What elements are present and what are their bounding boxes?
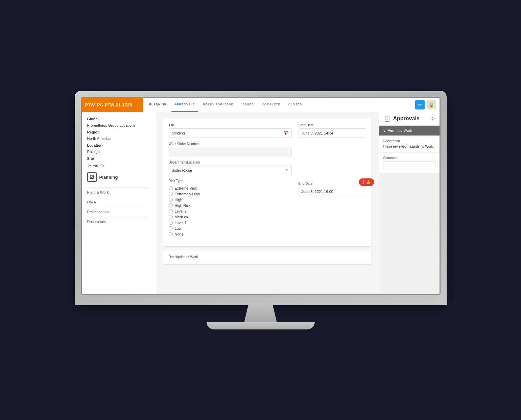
left-form-col: Title grinding 📅 Work Order Number bbox=[169, 123, 292, 236]
top-bar: PTW PG-PTW-21-1726 PLANNING APPROVALS RE… bbox=[82, 98, 440, 112]
risk-type-label: Risk Type bbox=[169, 179, 292, 183]
sidebar-item-global: Global bbox=[87, 116, 150, 122]
end-date-group: End Date June 3, 2021 16:00 bbox=[299, 182, 366, 236]
radio-level1[interactable]: Level 1 bbox=[169, 221, 292, 225]
approval-badge-count: 1 bbox=[362, 180, 364, 184]
tab-issued[interactable]: ISSUED bbox=[238, 98, 257, 112]
radio-circle bbox=[169, 192, 173, 196]
department-value: Boiler Room bbox=[172, 168, 192, 172]
approvals-header: 📋 Approvals > bbox=[379, 112, 440, 126]
right-form-col: Start Date June 3, 2021 14:34 End Date bbox=[299, 123, 366, 236]
radio-circle bbox=[169, 186, 173, 190]
radio-label: Low bbox=[175, 226, 182, 230]
main-layout: Global Prometheus Group Locations Region… bbox=[82, 112, 440, 294]
lock-button[interactable]: 🔒 bbox=[427, 100, 436, 109]
tab-complete[interactable]: COMPLETE bbox=[259, 98, 284, 112]
radio-circle bbox=[169, 221, 173, 225]
chevron-down-icon: ▼ bbox=[285, 168, 289, 172]
approvals-expand-chevron[interactable]: > bbox=[431, 116, 434, 122]
sidebar-item-location-label: Location bbox=[87, 143, 150, 149]
permit-to-work-label: Permit to Work bbox=[388, 128, 412, 132]
sidebar-item-hira[interactable]: HIRA bbox=[87, 197, 150, 207]
declaration-label: Declaration bbox=[383, 139, 435, 143]
radio-extreme-risk[interactable]: Extreme Risk bbox=[169, 186, 292, 190]
monitor-screen: PTW PG-PTW-21-1726 PLANNING APPROVALS RE… bbox=[81, 97, 441, 295]
content-area: Title grinding 📅 Work Order Number bbox=[156, 112, 379, 294]
comment-section: Comment bbox=[379, 152, 440, 173]
work-order-label: Work Order Number bbox=[169, 142, 292, 146]
sidebar-item-site-label: Site bbox=[87, 156, 150, 162]
approvals-panel: 📋 Approvals > ∨ Permit to Work Declarati… bbox=[379, 112, 440, 294]
monitor-stand-neck bbox=[240, 305, 281, 322]
end-date-input[interactable]: June 3, 2021 16:00 bbox=[299, 187, 366, 196]
sidebar-item-tf-facility: TF Facility bbox=[87, 163, 150, 169]
ptw-id: PG-PTW-21-1726 bbox=[97, 102, 132, 107]
start-date-input[interactable]: June 3, 2021 14:34 bbox=[299, 128, 366, 138]
radio-level2[interactable]: Level 2 bbox=[169, 209, 292, 213]
permit-chevron-down-icon: ∨ bbox=[383, 128, 386, 133]
sidebar-planning[interactable]: ☑ Planning bbox=[87, 172, 150, 182]
permit-to-work-section[interactable]: ∨ Permit to Work bbox=[379, 126, 440, 135]
approvals-title: Approvals bbox=[393, 116, 429, 122]
edit-button[interactable]: ✏ bbox=[415, 100, 425, 109]
start-date-group: Start Date June 3, 2021 14:34 bbox=[299, 123, 366, 178]
planning-icon: ☑ bbox=[87, 172, 97, 182]
ptw-label: PTW bbox=[85, 102, 95, 107]
radio-label: Medium bbox=[175, 215, 188, 219]
start-date-label: Start Date bbox=[299, 123, 366, 127]
radio-circle bbox=[169, 198, 173, 202]
sidebar-item-documents[interactable]: Documents bbox=[87, 217, 150, 226]
radio-circle bbox=[169, 215, 173, 219]
sidebar-planning-label: Planning bbox=[99, 175, 118, 180]
radio-label: Extremely High bbox=[175, 192, 200, 196]
calendar-icon: 📅 bbox=[284, 131, 289, 135]
monitor-wrapper: PTW PG-PTW-21-1726 PLANNING APPROVALS RE… bbox=[75, 91, 447, 329]
radio-low[interactable]: Low bbox=[169, 226, 292, 230]
radio-label: Level 1 bbox=[175, 221, 187, 225]
radio-circle bbox=[169, 209, 173, 213]
risk-radio-group: Extreme Risk Extremely High bbox=[169, 186, 292, 236]
declaration-text: I have reviewed hazards, to Work. bbox=[383, 144, 435, 149]
sidebar-item-north-america: North America bbox=[87, 136, 150, 142]
risk-type-group: Risk Type Extreme Risk bbox=[169, 179, 292, 236]
tab-approvals[interactable]: APPROVALS bbox=[171, 98, 198, 112]
title-group: Title grinding 📅 bbox=[169, 123, 292, 138]
radio-circle bbox=[169, 226, 173, 230]
radio-label: High bbox=[175, 198, 183, 202]
radio-label: Extreme Risk bbox=[175, 186, 197, 190]
tab-ready-for-issue[interactable]: READY FOR ISSUE bbox=[199, 98, 237, 112]
radio-extremely-high[interactable]: Extremely High bbox=[169, 192, 292, 196]
sidebar: Global Prometheus Group Locations Region… bbox=[82, 112, 156, 294]
declaration-section: Declaration I have reviewed hazards, to … bbox=[379, 136, 440, 152]
radio-medium[interactable]: Medium bbox=[169, 215, 292, 219]
comment-input[interactable] bbox=[383, 161, 435, 169]
description-label: Description of Work bbox=[169, 255, 366, 259]
end-date-label: End Date bbox=[299, 182, 366, 186]
department-select[interactable]: Boiler Room ▼ bbox=[169, 166, 292, 175]
title-date-row: Title grinding 📅 Work Order Number bbox=[169, 123, 366, 236]
title-label: Title bbox=[169, 123, 292, 127]
radio-circle bbox=[169, 232, 173, 236]
radio-label: Level 2 bbox=[175, 209, 187, 213]
start-date-value: June 3, 2021 14:34 bbox=[302, 131, 333, 135]
work-order-group: Work Order Number bbox=[169, 142, 292, 156]
title-input[interactable]: grinding 📅 bbox=[169, 128, 292, 138]
sidebar-item-raleigh: Raleigh bbox=[87, 149, 150, 155]
top-bar-actions: ✏ 🔒 bbox=[412, 100, 440, 109]
radio-circle bbox=[169, 203, 173, 207]
tab-closed[interactable]: CLOSED bbox=[285, 98, 306, 112]
description-section: Description of Work bbox=[163, 251, 372, 265]
approval-badge[interactable]: 1 👍 bbox=[359, 178, 374, 186]
end-date-value: June 3, 2021 16:00 bbox=[302, 190, 333, 194]
thumbsup-icon: 👍 bbox=[366, 180, 371, 184]
sidebar-item-relationships[interactable]: Relationships bbox=[87, 207, 150, 217]
main-form-section: Title grinding 📅 Work Order Number bbox=[163, 118, 372, 247]
work-order-input[interactable] bbox=[169, 147, 292, 156]
monitor-base bbox=[207, 322, 315, 329]
sidebar-item-plant-work[interactable]: Plant & Work bbox=[87, 187, 150, 197]
radio-high[interactable]: High bbox=[169, 198, 292, 202]
radio-high-risk[interactable]: High Risk bbox=[169, 203, 292, 207]
radio-label: None bbox=[175, 232, 184, 236]
radio-none[interactable]: None bbox=[169, 232, 292, 236]
tab-planning[interactable]: PLANNING bbox=[146, 98, 170, 112]
